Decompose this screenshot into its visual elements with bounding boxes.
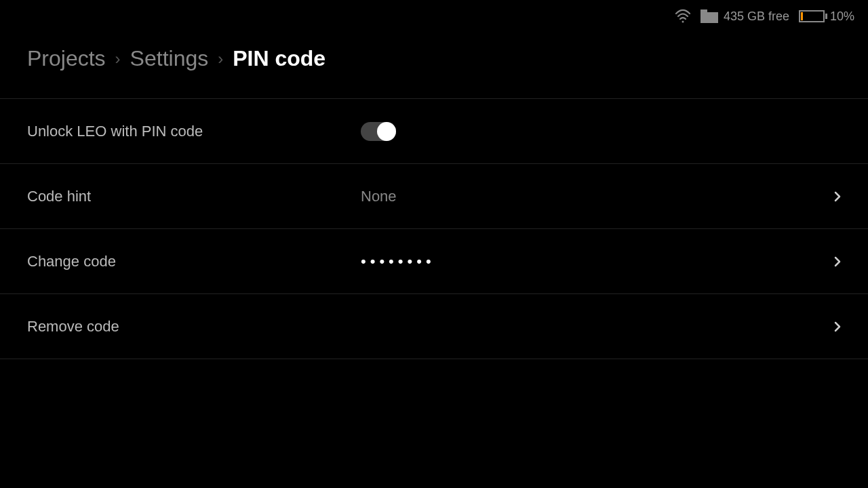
row-label: Unlock LEO with PIN code [27, 123, 361, 140]
row-change-code[interactable]: Change code •••••••• [0, 229, 868, 294]
folder-icon [701, 9, 718, 23]
settings-list: Unlock LEO with PIN code Code hint None … [0, 98, 868, 359]
breadcrumb-projects[interactable]: Projects [27, 46, 106, 71]
row-remove-code[interactable]: Remove code [0, 294, 868, 359]
row-value-masked: •••••••• [361, 253, 830, 270]
breadcrumb-settings[interactable]: Settings [130, 46, 209, 71]
row-label: Code hint [27, 188, 361, 205]
storage-free-text: 435 GB free [724, 9, 789, 24]
breadcrumb: Projects › Settings › PIN code [0, 30, 868, 98]
row-code-hint[interactable]: Code hint None [0, 164, 868, 229]
chevron-right-icon [830, 191, 841, 202]
battery-icon [799, 10, 825, 22]
wifi-icon [675, 8, 691, 24]
row-value: None [361, 188, 830, 205]
chevron-right-icon: › [218, 49, 223, 68]
toggle-unlock-pin[interactable] [361, 122, 396, 141]
storage-indicator: 435 GB free [701, 9, 789, 24]
toggle-knob [377, 122, 396, 141]
chevron-right-icon: › [115, 49, 121, 68]
row-label: Change code [27, 253, 361, 270]
battery-indicator: 10% [799, 9, 854, 24]
chevron-right-icon [830, 256, 841, 267]
row-unlock-with-pin[interactable]: Unlock LEO with PIN code [0, 99, 868, 164]
status-bar: 435 GB free 10% [0, 0, 868, 30]
battery-percent-text: 10% [830, 9, 854, 24]
breadcrumb-current: PIN code [233, 46, 326, 71]
row-label: Remove code [27, 318, 361, 336]
chevron-right-icon [830, 321, 841, 332]
